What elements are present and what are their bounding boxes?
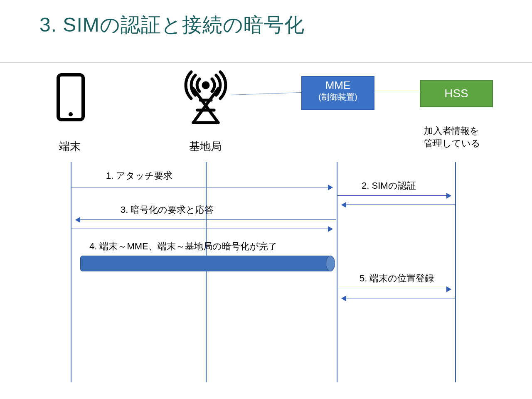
link-mme-hss xyxy=(374,92,420,92)
msg5-label: 5. 端末の位置登録 xyxy=(360,272,434,285)
encryption-pipe xyxy=(80,256,331,271)
mme-label: MME xyxy=(302,79,374,92)
mme-sublabel: (制御装置) xyxy=(302,92,374,102)
msg2-arrow-res xyxy=(342,204,455,205)
link-enb-mme xyxy=(231,92,301,95)
lifeline-hss xyxy=(455,162,456,382)
slide-title: 3. SIMの認証と接続の暗号化 xyxy=(39,12,305,38)
msg1-label: 1. アタッチ要求 xyxy=(106,170,172,182)
ue-label: 端末 xyxy=(59,139,81,154)
slide: 3. SIMの認証と接続の暗号化 端末 基地局 MME (制御装置) HSS xyxy=(0,0,532,399)
msg2-label: 2. SIMの認証 xyxy=(362,180,416,192)
hss-sublabel: 加入者情報を 管理している xyxy=(424,125,480,149)
msg1-arrow xyxy=(71,187,332,187)
msg4-label: 4. 端末～MME、端末～基地局の暗号化が完了 xyxy=(89,240,277,253)
title-underline xyxy=(0,62,532,63)
hss-label: HSS xyxy=(444,87,468,100)
antenna-icon xyxy=(179,69,233,127)
msg3-arrow-a xyxy=(76,219,336,220)
msg2-arrow-req xyxy=(337,195,451,196)
msg5-arrow-req xyxy=(337,289,451,289)
hss-box: HSS xyxy=(420,80,493,107)
lifeline-ue xyxy=(71,162,71,382)
svg-point-1 xyxy=(69,112,73,116)
phone-icon xyxy=(54,73,87,123)
enb-label: 基地局 xyxy=(189,139,222,154)
lifeline-enb xyxy=(206,162,207,382)
msg3-arrow-b xyxy=(71,229,332,229)
mme-box: MME (制御装置) xyxy=(301,76,374,110)
msg5-arrow-res xyxy=(342,298,455,298)
msg3-label: 3. 暗号化の要求と応答 xyxy=(121,204,214,216)
svg-point-2 xyxy=(203,83,208,88)
